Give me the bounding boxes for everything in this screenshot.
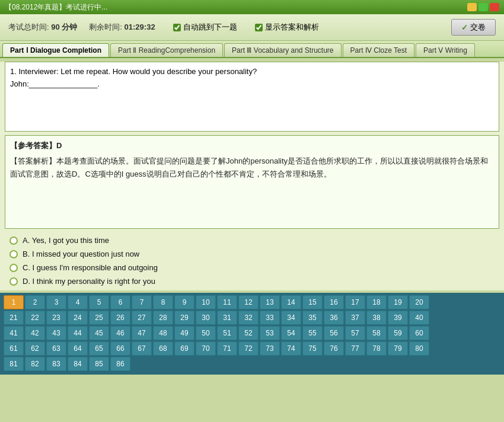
option-row-a[interactable]: A. Yes, I got you this time [9, 234, 495, 247]
nav-cell-53[interactable]: 53 [260, 326, 280, 340]
nav-cell-21[interactable]: 21 [4, 311, 24, 325]
nav-cell-37[interactable]: 37 [345, 311, 365, 325]
nav-cell-74[interactable]: 74 [281, 341, 301, 356]
tab-writing[interactable]: Part Ⅴ Writing [416, 43, 475, 57]
nav-cell-82[interactable]: 82 [25, 357, 45, 371]
nav-cell-73[interactable]: 73 [260, 341, 280, 356]
nav-cell-10[interactable]: 10 [196, 295, 216, 309]
option-row-d[interactable]: D. I think my personality is right for y… [9, 274, 495, 288]
nav-cell-17[interactable]: 17 [345, 295, 365, 309]
nav-cell-19[interactable]: 19 [388, 295, 408, 309]
nav-cell-54[interactable]: 54 [281, 326, 301, 340]
nav-cell-84[interactable]: 84 [68, 357, 88, 371]
nav-cell-61[interactable]: 61 [4, 341, 24, 356]
nav-cell-3[interactable]: 3 [46, 295, 66, 309]
nav-cell-67[interactable]: 67 [132, 341, 152, 356]
nav-cell-4[interactable]: 4 [68, 295, 88, 309]
nav-cell-5[interactable]: 5 [89, 295, 109, 309]
nav-cell-34[interactable]: 34 [281, 311, 301, 325]
nav-cell-86[interactable]: 86 [110, 357, 130, 371]
nav-cell-58[interactable]: 58 [366, 326, 387, 340]
nav-cell-11[interactable]: 11 [217, 295, 237, 309]
nav-cell-2[interactable]: 2 [25, 295, 45, 309]
option-radio-d[interactable] [9, 277, 18, 286]
nav-cell-30[interactable]: 30 [196, 311, 216, 325]
nav-cell-68[interactable]: 68 [153, 341, 173, 356]
nav-cell-27[interactable]: 27 [132, 311, 152, 325]
nav-cell-25[interactable]: 25 [89, 311, 109, 325]
tab-vocabulary-structure[interactable]: Part Ⅲ Vocabulary and Structure [224, 43, 341, 57]
nav-cell-35[interactable]: 35 [302, 311, 323, 325]
nav-cell-66[interactable]: 66 [110, 341, 130, 356]
nav-cell-8[interactable]: 8 [153, 295, 173, 309]
nav-cell-71[interactable]: 71 [217, 341, 237, 356]
tab-reading-comprehension[interactable]: Part Ⅱ ReadingComprehension [110, 43, 223, 57]
nav-cell-23[interactable]: 23 [46, 311, 66, 325]
nav-cell-18[interactable]: 18 [366, 295, 387, 309]
nav-cell-85[interactable]: 85 [89, 357, 109, 371]
nav-cell-78[interactable]: 78 [366, 341, 387, 356]
nav-cell-15[interactable]: 15 [302, 295, 323, 309]
nav-cell-49[interactable]: 49 [174, 326, 194, 340]
nav-cell-20[interactable]: 20 [409, 295, 429, 309]
nav-cell-13[interactable]: 13 [260, 295, 280, 309]
nav-cell-41[interactable]: 41 [4, 326, 24, 340]
nav-cell-1[interactable]: 1 [4, 295, 24, 309]
nav-cell-36[interactable]: 36 [324, 311, 344, 325]
nav-cell-46[interactable]: 46 [110, 326, 130, 340]
nav-cell-83[interactable]: 83 [46, 357, 66, 371]
nav-cell-57[interactable]: 57 [345, 326, 365, 340]
nav-cell-38[interactable]: 38 [366, 311, 387, 325]
nav-cell-56[interactable]: 56 [324, 326, 344, 340]
nav-cell-60[interactable]: 60 [409, 326, 429, 340]
nav-cell-75[interactable]: 75 [302, 341, 323, 356]
option-row-c[interactable]: C. I guess I'm responsible and outgoing [9, 261, 495, 274]
nav-cell-7[interactable]: 7 [132, 295, 152, 309]
auto-jump-checkbox[interactable] [173, 24, 181, 31]
nav-cell-76[interactable]: 76 [324, 341, 344, 356]
show-answer-checkbox[interactable] [255, 24, 263, 31]
nav-cell-24[interactable]: 24 [68, 311, 88, 325]
maximize-button[interactable] [479, 3, 488, 11]
nav-cell-43[interactable]: 43 [46, 326, 66, 340]
nav-cell-79[interactable]: 79 [388, 341, 408, 356]
nav-cell-48[interactable]: 48 [153, 326, 173, 340]
nav-cell-70[interactable]: 70 [196, 341, 216, 356]
nav-cell-42[interactable]: 42 [25, 326, 45, 340]
nav-cell-12[interactable]: 12 [238, 295, 259, 309]
nav-cell-72[interactable]: 72 [238, 341, 259, 356]
minimize-button[interactable] [467, 3, 477, 11]
nav-cell-77[interactable]: 77 [345, 341, 365, 356]
auto-jump-item[interactable]: 自动跳到下一题 [173, 22, 237, 33]
tab-dialogue-completion[interactable]: Part Ⅰ Dialogue Completion [2, 43, 109, 57]
nav-cell-14[interactable]: 14 [281, 295, 301, 309]
close-button[interactable] [490, 3, 499, 11]
nav-cell-69[interactable]: 69 [174, 341, 194, 356]
nav-cell-33[interactable]: 33 [260, 311, 280, 325]
submit-button[interactable]: ✓ 交卷 [451, 19, 496, 36]
nav-cell-81[interactable]: 81 [4, 357, 24, 371]
nav-cell-63[interactable]: 63 [46, 341, 66, 356]
nav-cell-28[interactable]: 28 [153, 311, 173, 325]
nav-cell-52[interactable]: 52 [238, 326, 259, 340]
option-radio-c[interactable] [9, 264, 18, 272]
nav-cell-51[interactable]: 51 [217, 326, 237, 340]
option-radio-b[interactable] [9, 250, 18, 258]
nav-cell-44[interactable]: 44 [68, 326, 88, 340]
show-answer-item[interactable]: 显示答案和解析 [255, 22, 319, 33]
nav-cell-29[interactable]: 29 [174, 311, 194, 325]
nav-cell-59[interactable]: 59 [388, 326, 408, 340]
nav-cell-32[interactable]: 32 [238, 311, 259, 325]
nav-cell-47[interactable]: 47 [132, 326, 152, 340]
nav-cell-55[interactable]: 55 [302, 326, 323, 340]
option-row-b[interactable]: B. I missed your question just now [9, 247, 495, 261]
nav-cell-50[interactable]: 50 [196, 326, 216, 340]
nav-cell-62[interactable]: 62 [25, 341, 45, 356]
nav-cell-40[interactable]: 40 [409, 311, 429, 325]
nav-cell-6[interactable]: 6 [110, 295, 130, 309]
nav-cell-65[interactable]: 65 [89, 341, 109, 356]
nav-cell-16[interactable]: 16 [324, 295, 344, 309]
tab-cloze-test[interactable]: Part Ⅳ Cloze Test [343, 43, 414, 57]
option-radio-a[interactable] [9, 236, 18, 245]
nav-cell-45[interactable]: 45 [89, 326, 109, 340]
